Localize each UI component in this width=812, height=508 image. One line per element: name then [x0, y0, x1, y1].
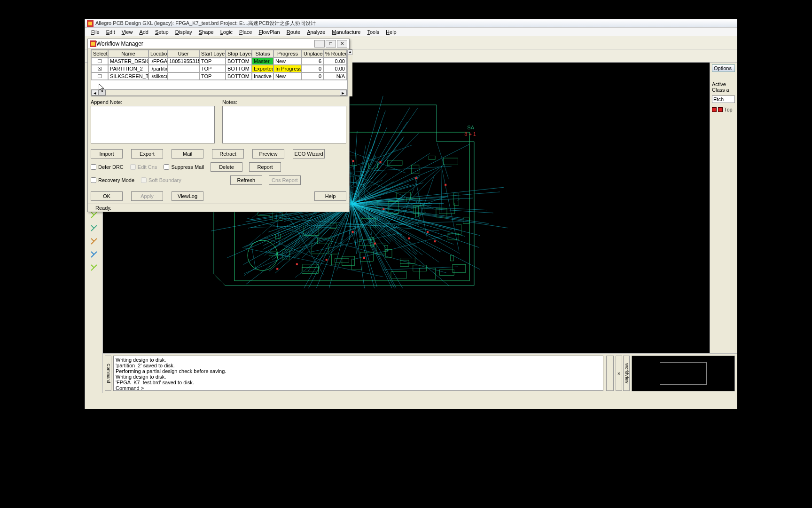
table-h-scrollbar[interactable]: ◄ ► — [91, 89, 347, 96]
cell[interactable]: Inactive — [252, 72, 273, 80]
cell[interactable]: New — [273, 57, 302, 65]
menu-bar[interactable]: FileEditViewAddSetupDisplayShapeLogicPla… — [85, 28, 737, 36]
left-tool-14[interactable] — [88, 249, 100, 260]
dialog-titlebar[interactable]: Workflow Manager — □ ✕ — [88, 39, 349, 48]
cell[interactable]: ./silkscre — [148, 72, 167, 80]
cell[interactable]: ☐ — [91, 72, 108, 80]
col-header-select[interactable]: Select — [91, 50, 108, 57]
help-button[interactable]: Help — [314, 191, 346, 201]
etch-input[interactable] — [712, 95, 735, 103]
menu-tools[interactable]: Tools — [364, 29, 383, 35]
cell[interactable]: BOTTOM — [226, 57, 252, 65]
menu-place[interactable]: Place — [236, 29, 256, 35]
close-button[interactable]: ✕ — [337, 40, 347, 48]
cell[interactable]: TOP — [199, 65, 226, 72]
cell[interactable]: Master — [252, 57, 273, 65]
col-header-routed[interactable]: % Routed — [323, 50, 347, 57]
cell[interactable]: 0 — [302, 72, 323, 80]
menu-route[interactable]: Route — [283, 29, 304, 35]
suppress-mail-checkbox[interactable]: Suppress Mail — [164, 164, 204, 170]
cell[interactable]: Exported — [252, 65, 273, 72]
scroll-thumb[interactable] — [98, 90, 106, 95]
cell[interactable] — [167, 65, 199, 72]
col-header-location[interactable]: Location — [148, 50, 167, 57]
col-header-stoplayer[interactable]: Stop Layer — [226, 50, 252, 57]
cell[interactable]: MASTER_DESIGN — [108, 57, 148, 65]
menu-manufacture[interactable]: Manufacture — [328, 29, 364, 35]
cell[interactable]: SILKSCREEN_TOP_ — [108, 72, 148, 80]
close-log-button[interactable]: × — [616, 356, 622, 391]
append-note-textarea[interactable] — [91, 106, 215, 143]
menu-file[interactable]: File — [88, 29, 103, 35]
cell[interactable]: TOP — [199, 72, 226, 80]
options-header[interactable]: Options — [712, 64, 735, 72]
cell[interactable]: New — [273, 72, 302, 80]
visibility-toggle[interactable] — [712, 107, 717, 112]
table-empty-area[interactable] — [91, 80, 347, 89]
menu-shape[interactable]: Shape — [195, 29, 217, 35]
menu-edit[interactable]: Edit — [103, 29, 118, 35]
cell[interactable]: PARTITION_2 — [108, 65, 148, 72]
cell[interactable]: ☐ — [91, 57, 108, 65]
layer-color-swatch[interactable] — [718, 107, 723, 112]
left-tool-12[interactable] — [88, 222, 100, 234]
cell[interactable]: BOTTOM — [226, 65, 252, 72]
worldview-tab[interactable]: WorldView — [623, 356, 630, 391]
table-row[interactable]: ☐SILKSCREEN_TOP_./silkscreTOPBOTTOMInact… — [91, 72, 347, 80]
viewlog-button[interactable]: ViewLog — [172, 191, 203, 201]
cell[interactable]: ☒ — [91, 65, 108, 72]
retract-button[interactable]: Retract — [212, 149, 244, 159]
defer-drc-checkbox[interactable]: Defer DRC — [91, 164, 124, 170]
import-button[interactable]: Import — [91, 149, 123, 159]
menu-add[interactable]: Add — [136, 29, 152, 35]
cell[interactable]: 6 — [302, 57, 323, 65]
minimize-button[interactable]: — — [314, 40, 325, 48]
col-header-startlayer[interactable]: Start Layer — [199, 50, 226, 57]
menu-display[interactable]: Display — [172, 29, 195, 35]
scroll-left-button[interactable]: ◄ — [92, 90, 98, 95]
cell[interactable]: 0.00 — [323, 65, 347, 72]
menu-analyze[interactable]: Analyze — [304, 29, 328, 35]
col-header-progress[interactable]: Progress — [273, 50, 302, 57]
refresh-button[interactable]: Refresh — [230, 175, 262, 185]
preview-button[interactable]: Preview — [252, 149, 284, 159]
scroll-up-button[interactable]: ▲ — [348, 49, 352, 55]
cell[interactable]: ./partition — [148, 65, 167, 72]
mail-button[interactable]: Mail — [172, 149, 203, 159]
left-tool-15[interactable] — [88, 262, 100, 273]
ok-button[interactable]: OK — [91, 191, 123, 201]
cell[interactable] — [167, 72, 199, 80]
table-row[interactable]: ☐MASTER_DESIGN./FPGA_18051955315TOPBOTTO… — [91, 57, 347, 65]
cell[interactable]: 0.00 — [323, 57, 347, 65]
recovery-mode-checkbox[interactable]: Recovery Mode — [91, 177, 134, 183]
cell[interactable]: ./FPGA_ — [148, 57, 167, 65]
menu-flowplan[interactable]: FlowPlan — [255, 29, 283, 35]
cell[interactable]: In Progress — [273, 65, 302, 72]
report-button[interactable]: Report — [249, 162, 281, 172]
notes-textarea[interactable] — [222, 106, 346, 143]
maximize-button[interactable]: □ — [326, 40, 336, 48]
menu-setup[interactable]: Setup — [152, 29, 172, 35]
eco-wizard-button[interactable]: ECO Wizard — [293, 149, 325, 159]
export-button[interactable]: Export — [131, 149, 163, 159]
col-header-name[interactable]: Name — [108, 50, 148, 57]
col-header-unplaced[interactable]: Unplaced — [302, 50, 323, 57]
cell[interactable]: 18051955315 — [167, 57, 199, 65]
menu-logic[interactable]: Logic — [217, 29, 236, 35]
command-log[interactable]: Writing design to disk.'partition_2' sav… — [113, 356, 603, 391]
scroll-right-button[interactable]: ► — [340, 90, 346, 95]
scroll-track[interactable] — [106, 90, 340, 95]
cell[interactable]: TOP — [199, 57, 226, 65]
cell[interactable]: N/A — [323, 72, 347, 80]
command-tab[interactable]: Command — [105, 356, 111, 391]
col-header-status[interactable]: Status — [252, 50, 273, 57]
col-header-user[interactable]: User — [167, 50, 199, 57]
left-tool-13[interactable] — [88, 236, 100, 247]
cell[interactable]: BOTTOM — [226, 72, 252, 80]
cell[interactable]: 0 — [302, 65, 323, 72]
menu-help[interactable]: Help — [383, 29, 400, 35]
workflow-table[interactable]: SelectNameLocationUserStart LayerStop La… — [91, 49, 347, 96]
delete-button[interactable]: Delete — [211, 162, 242, 172]
table-row[interactable]: ☒PARTITION_2./partitionTOPBOTTOMExported… — [91, 65, 347, 72]
table-v-scrollbar[interactable]: ▲ — [347, 49, 352, 96]
